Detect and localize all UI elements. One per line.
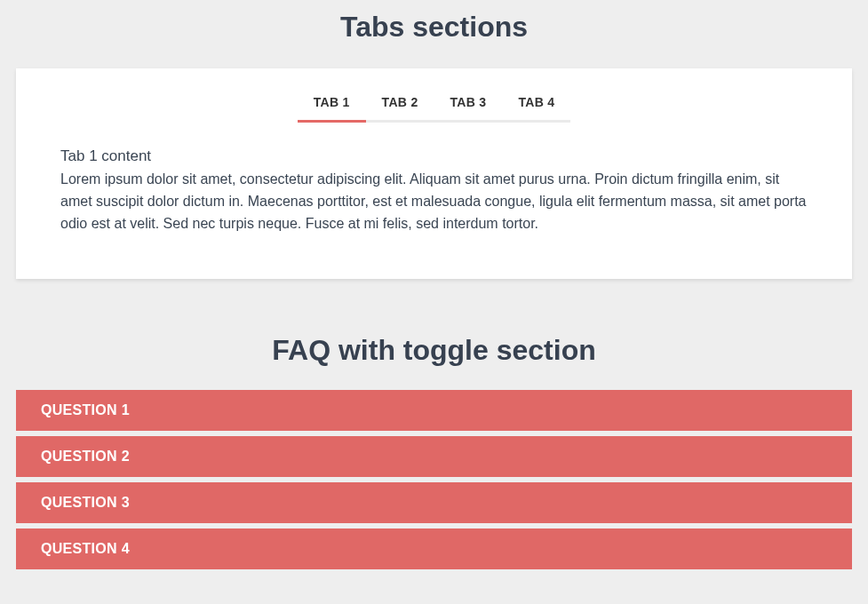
tab-2[interactable]: TAB 2 (366, 95, 434, 123)
tab-1[interactable]: TAB 1 (298, 95, 366, 123)
tabs-section-title: Tabs sections (0, 11, 868, 44)
tab-nav: TAB 1 TAB 2 TAB 3 TAB 4 (60, 95, 808, 123)
faq-section-title: FAQ with toggle section (0, 334, 868, 367)
faq-question-3[interactable]: QUESTION 3 (16, 482, 852, 523)
faq-question-4[interactable]: QUESTION 4 (16, 528, 852, 569)
faq-question-1[interactable]: QUESTION 1 (16, 390, 852, 431)
tab-content-title: Tab 1 content (60, 147, 808, 165)
tabs-card: TAB 1 TAB 2 TAB 3 TAB 4 Tab 1 content Lo… (16, 68, 852, 279)
tab-content-body: Lorem ipsum dolor sit amet, consectetur … (60, 169, 808, 234)
tab-4[interactable]: TAB 4 (502, 95, 570, 123)
faq-list: QUESTION 1 QUESTION 2 QUESTION 3 QUESTIO… (16, 390, 852, 569)
tab-content: Tab 1 content Lorem ipsum dolor sit amet… (60, 147, 808, 234)
tab-3[interactable]: TAB 3 (434, 95, 503, 123)
faq-question-2[interactable]: QUESTION 2 (16, 436, 852, 477)
